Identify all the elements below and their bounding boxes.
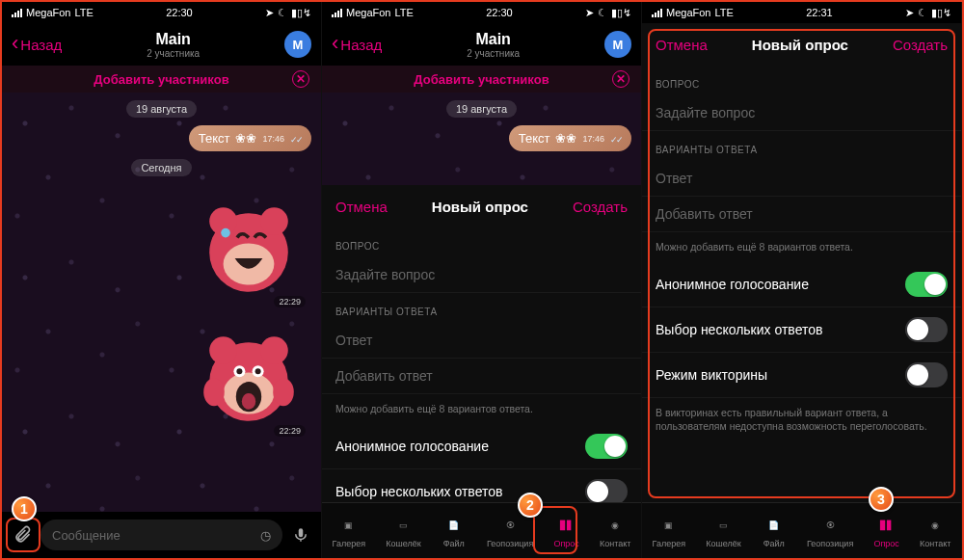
poll-create[interactable]: Создать (573, 199, 628, 215)
close-icon[interactable]: ✕ (292, 70, 309, 88)
back-button[interactable]: Назад (332, 34, 382, 55)
chat-header: Назад Main2 участника M (322, 23, 641, 66)
signal-icon (332, 9, 342, 17)
phone-screen-3: MegaFonLTE 22:31 ➤☾▮▯↯ Отмена Новый опро… (642, 2, 962, 558)
question-input[interactable]: Задайте вопрос (322, 257, 641, 293)
phone-screen-1: MegaFonLTE 22:30 ➤☾▮▯↯ Назад Main2 участ… (2, 2, 322, 558)
answers-hint: Можно добавить ещё 8 вариантов ответа. (322, 394, 641, 424)
date-chip: 19 августа (126, 100, 197, 118)
svg-point-2 (260, 207, 288, 235)
switch-icon (905, 317, 948, 342)
sticker-bear-laughing[interactable]: 22:29 (186, 184, 311, 309)
file-icon: 📄 (762, 514, 787, 537)
status-bar: MegaFonLTE 22:30 ➤☾▮▯↯ (2, 2, 321, 23)
svg-point-4 (221, 228, 230, 238)
poll-icon: ▊▋ (874, 514, 899, 537)
toggle-quiz[interactable]: Режим викторины (642, 353, 961, 398)
chat-title: Main (147, 31, 200, 48)
gallery-icon: ▣ (336, 514, 362, 537)
status-time: 22:30 (166, 7, 193, 18)
signal-icon (652, 9, 662, 17)
attach-location[interactable]: ⦿Геопозиция (487, 514, 533, 548)
sticker-bear-screaming[interactable]: 22:29 (186, 313, 311, 439)
location-pin-icon: ⦿ (497, 514, 522, 537)
attach-icon[interactable] (12, 524, 33, 546)
avatar[interactable]: M (604, 31, 631, 58)
answers-label: ВАРИАНТЫ ОТВЕТА (322, 293, 641, 323)
poll-cancel[interactable]: Отмена (335, 199, 388, 215)
status-bar: MegaFonLTE 22:30 ➤☾▮▯↯ (322, 2, 641, 23)
sticker-picker-icon[interactable]: ◷ (260, 528, 271, 543)
moon-icon: ☾ (918, 7, 927, 19)
gallery-icon: ▣ (656, 514, 682, 537)
back-button[interactable]: Назад (12, 34, 62, 55)
wallet-icon: ▭ (710, 514, 736, 537)
read-ticks-icon (610, 131, 622, 146)
location-icon: ➤ (905, 7, 914, 19)
switch-icon (905, 362, 948, 387)
mic-icon[interactable] (290, 524, 311, 546)
chat-body: 19 августа Текст❀❀17:46 Сегодня 22:29 22… (2, 93, 321, 512)
flower-icon: ❀❀ (235, 131, 256, 146)
switch-icon (905, 272, 948, 297)
location-pin-icon: ⦿ (817, 514, 843, 537)
attach-wallet[interactable]: ▭Кошелёк (706, 514, 740, 548)
callout-3: 3 (869, 487, 894, 512)
poll-title: Новый опрос (752, 37, 848, 53)
add-members-row[interactable]: Добавить участников✕ (2, 66, 321, 93)
attach-wallet[interactable]: ▭Кошелёк (386, 514, 420, 548)
phone-screen-2: MegaFonLTE 22:30 ➤☾▮▯↯ Назад Main2 участ… (322, 2, 642, 558)
add-answer[interactable]: Добавить ответ (322, 359, 641, 394)
contact-icon: ◉ (923, 514, 948, 537)
chat-header: Назад Main2 участника M (2, 23, 321, 66)
contact-icon: ◉ (602, 514, 628, 537)
attach-contact[interactable]: ◉Контакт (920, 514, 951, 548)
add-answer[interactable]: Добавить ответ (642, 197, 961, 232)
close-icon[interactable]: ✕ (612, 70, 629, 88)
attach-file[interactable]: 📄Файл (442, 514, 467, 548)
attach-menu: ▣Галерея ▭Кошелёк 📄Файл ⦿Геопозиция ▊▋Оп… (642, 502, 961, 558)
message-outgoing[interactable]: Текст❀❀17:46 (189, 125, 311, 151)
avatar[interactable]: M (284, 31, 311, 58)
signal-icon (12, 9, 22, 17)
callout-2: 2 (518, 493, 543, 518)
answer-input[interactable]: Ответ (322, 323, 641, 359)
date-chip: Сегодня (131, 159, 191, 176)
attach-menu: ▣Галерея ▭Кошелёк 📄Файл ⦿Геопозиция ▊▋Оп… (322, 502, 641, 558)
poll-create[interactable]: Создать (893, 37, 948, 53)
answer-input[interactable]: Ответ (642, 161, 961, 197)
svg-point-6 (209, 336, 237, 364)
attach-gallery[interactable]: ▣Галерея (653, 514, 686, 548)
moon-icon: ☾ (278, 7, 287, 19)
attach-file[interactable]: 📄Файл (762, 514, 787, 548)
message-outgoing[interactable]: Текст❀❀17:46 (509, 125, 631, 151)
svg-point-14 (242, 393, 255, 410)
poll-icon: ▊▋ (554, 514, 579, 537)
toggle-anonymous[interactable]: Анонимное голосование (642, 262, 961, 307)
svg-point-7 (260, 336, 288, 364)
switch-icon (585, 434, 628, 459)
svg-rect-17 (299, 528, 304, 537)
toggle-anonymous[interactable]: Анонимное голосование (322, 424, 641, 469)
message-input[interactable]: Сообщение ◷ (40, 520, 282, 550)
svg-point-10 (236, 368, 242, 374)
poll-sheet-full: Отмена Новый опрос Создать ВОПРОС Задайт… (642, 23, 961, 503)
question-input[interactable]: Задайте вопрос (642, 95, 961, 131)
callout-1: 1 (12, 496, 37, 521)
attach-poll[interactable]: ▊▋Опрос (553, 514, 578, 548)
message-input-row: Сообщение ◷ (2, 512, 321, 558)
attach-contact[interactable]: ◉Контакт (600, 514, 630, 548)
attach-location[interactable]: ⦿Геопозиция (807, 514, 853, 548)
location-icon: ➤ (585, 7, 594, 19)
svg-point-15 (203, 378, 225, 406)
toggle-multiple[interactable]: Выбор нескольких ответов (642, 307, 961, 353)
status-bar: MegaFonLTE 22:31 ➤☾▮▯↯ (642, 2, 961, 23)
poll-cancel[interactable]: Отмена (656, 37, 708, 53)
wallet-icon: ▭ (390, 514, 415, 537)
attach-poll[interactable]: ▊▋Опрос (873, 514, 898, 548)
svg-point-12 (255, 368, 261, 374)
chat-subtitle: 2 участника (147, 48, 200, 59)
attach-gallery[interactable]: ▣Галерея (333, 514, 366, 548)
add-members-row[interactable]: Добавить участников✕ (322, 66, 641, 93)
file-icon: 📄 (442, 514, 467, 537)
